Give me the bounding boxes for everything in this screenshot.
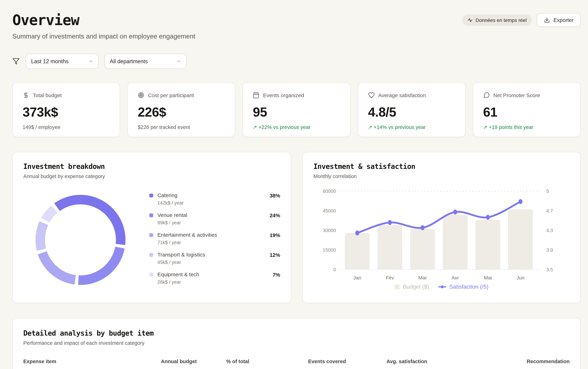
kpi-label: Events organized (263, 92, 304, 98)
export-button-label: Exporter (554, 17, 574, 23)
legend-amount: 26k$ / year (157, 279, 280, 286)
donut-legend: Catering 38% 142k$ / year Venue rental 2… (149, 192, 280, 291)
department-select[interactable]: All departments (105, 54, 186, 69)
department-select-value: All departments (110, 58, 148, 64)
kpi-label: Net Promoter Score (493, 92, 540, 98)
svg-text:3.5: 3.5 (546, 267, 553, 272)
charts-row: Investment breakdown Annual budget by ex… (12, 152, 581, 303)
kpi-trend: ↗ +22% vs previous year (253, 124, 340, 130)
svg-text:Mai: Mai (484, 275, 492, 280)
kpi-card-cost-per-participant: Cost per participant 226$ $226 per track… (127, 82, 235, 137)
card-title: Investment & satisfaction (314, 162, 570, 171)
legend-item-venue-rental: Venue rental 24% 89k$ / year (149, 212, 280, 226)
funnel-icon (12, 58, 20, 65)
legend-label: Equipment & tech (157, 271, 199, 278)
detailed-analysis-card: Detailed analysis by budget item Perform… (12, 318, 581, 369)
svg-text:60000: 60000 (323, 189, 336, 194)
target-icon (138, 92, 144, 99)
svg-text:4.3: 4.3 (546, 228, 553, 233)
heart-icon (368, 92, 375, 99)
budget-satisfaction-chart: 0150003000045000600003.53.94.34.75JanFév… (309, 186, 574, 282)
period-select-value: Last 12 months (31, 58, 69, 64)
column-recommendation: Recommendation (492, 359, 570, 364)
chevron-down-icon (176, 59, 181, 64)
download-icon (544, 17, 550, 23)
legend-percent: 24% (270, 212, 280, 218)
svg-text:4.7: 4.7 (546, 208, 553, 214)
legend-amount: 89k$ / year (157, 220, 280, 226)
kpi-row: Total budget 373k$ 149$ / employee Cost … (12, 82, 581, 137)
kpi-trend: ↗ +14% vs previous year (368, 124, 455, 130)
legend-swatch (149, 273, 153, 277)
column-expense-item: Expense item (23, 359, 161, 364)
legend-item-catering: Catering 38% 142k$ / year (149, 192, 280, 206)
kpi-value: 373k$ (23, 105, 110, 120)
svg-text:30000: 30000 (323, 228, 336, 233)
export-button[interactable]: Exporter (537, 13, 581, 27)
legend-swatch (149, 233, 153, 237)
column-annual-budget: Annual budget (161, 359, 226, 364)
legend-label: Transport & logistics (157, 251, 205, 258)
legend-amount: 45k$ / year (157, 259, 280, 266)
line-marker-icon (438, 285, 446, 289)
dashboard-page: Overview Summary of investments and impa… (0, 0, 588, 369)
legend-swatch (149, 213, 153, 217)
legend-label: Entertainment & activities (157, 231, 217, 238)
investment-donut-chart (33, 192, 128, 287)
page-title: Overview (12, 12, 195, 29)
legend-label: Venue rental (157, 212, 187, 219)
kpi-subtext: $226 per tracked event (138, 124, 225, 130)
kpi-value: 95 (253, 105, 340, 120)
svg-text:45000: 45000 (323, 208, 336, 214)
period-select[interactable]: Last 12 months (26, 54, 98, 69)
live-data-badge-label: Données en temps réel (476, 17, 527, 23)
legend-percent: 19% (270, 232, 280, 238)
svg-text:0: 0 (333, 267, 336, 272)
chevron-down-icon (88, 59, 93, 64)
card-subtitle: Monthly correlation (314, 174, 570, 179)
card-title: Investment breakdown (23, 162, 280, 171)
kpi-trend: ↗ +19 points this year (483, 124, 570, 130)
legend-label: Catering (157, 192, 177, 199)
budget-swatch (395, 284, 400, 289)
legend-budget-label: Budget ($) (403, 284, 429, 290)
legend-item-entertainment: Entertainment & activities 19% 71k$ / ye… (149, 231, 280, 246)
header-actions: Données en temps réel Exporter (462, 13, 581, 27)
legend-budget: Budget ($) (395, 284, 429, 290)
svg-text:15000: 15000 (323, 247, 336, 253)
legend-percent: 12% (270, 252, 280, 258)
column-events-covered: Events covered (308, 359, 386, 364)
investment-satisfaction-card: Investment & satisfaction Monthly correl… (303, 152, 581, 303)
live-data-badge: Données en temps réel (462, 14, 532, 26)
dollar-icon (23, 92, 29, 99)
legend-percent: 38% (270, 192, 280, 198)
activity-pulse-icon (467, 17, 473, 23)
table-subtitle: Performance and impact of each investmen… (23, 340, 570, 346)
filters-bar: Last 12 months All departments (12, 54, 581, 69)
legend-swatch (149, 253, 153, 257)
kpi-value: 4.8/5 (368, 105, 455, 120)
svg-text:5: 5 (546, 189, 549, 194)
card-subtitle: Annual budget by expense category (23, 174, 280, 179)
kpi-card-total-budget: Total budget 373k$ 149$ / employee (12, 82, 120, 137)
svg-text:Jun: Jun (517, 275, 524, 280)
investment-breakdown-card: Investment breakdown Annual budget by ex… (12, 152, 291, 303)
calendar-icon (253, 92, 260, 99)
kpi-value: 61 (483, 105, 570, 120)
page-header-titles: Overview Summary of investments and impa… (12, 12, 195, 40)
kpi-subtext: 149$ / employee (23, 124, 110, 130)
column-avg-satisfaction: Avg. satisfaction (386, 359, 492, 364)
kpi-label: Average satisfaction (378, 92, 426, 98)
legend-satisfaction: Satisfaction (/5) (438, 284, 489, 290)
chat-bubble-icon (483, 92, 490, 99)
legend-satisfaction-label: Satisfaction (/5) (449, 284, 489, 290)
legend-amount: 71k$ / year (157, 239, 280, 246)
combo-chart-legend: Budget ($) Satisfaction (/5) (303, 284, 580, 290)
kpi-card-net-promoter-score: Net Promoter Score 61 ↗ +19 points this … (473, 82, 581, 137)
kpi-card-events-organized: Events organized 95 ↗ +22% vs previous y… (243, 82, 350, 137)
svg-text:3.9: 3.9 (546, 247, 553, 253)
legend-item-equipment: Equipment & tech 7% 26k$ / year (149, 271, 280, 286)
legend-swatch (149, 194, 153, 197)
page-subtitle: Summary of investments and impact on emp… (12, 32, 195, 40)
kpi-label: Total budget (33, 92, 62, 98)
